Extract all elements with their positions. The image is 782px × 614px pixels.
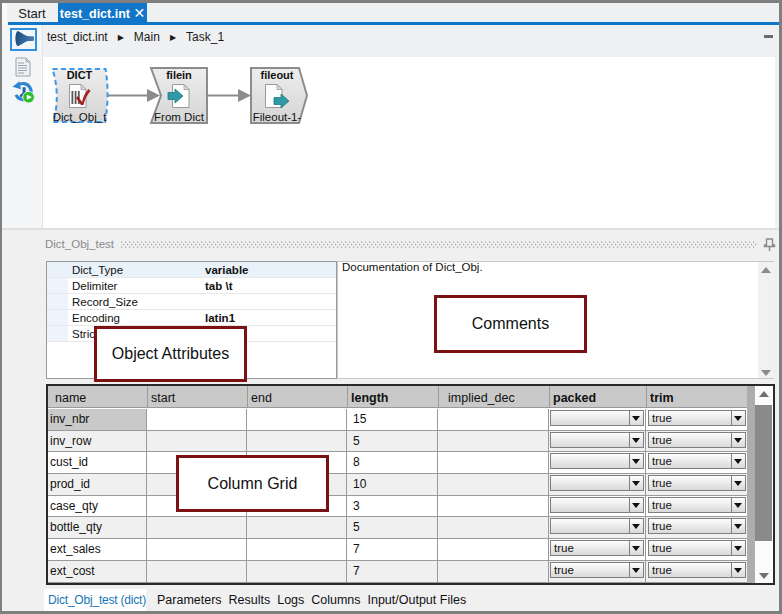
svg-text:Fileout-1-: Fileout-1-: [253, 111, 302, 123]
svg-text:From Dict: From Dict: [154, 111, 205, 123]
svg-text:filein: filein: [166, 69, 192, 81]
svg-text:fileout: fileout: [261, 69, 294, 81]
svg-text:DICT: DICT: [67, 69, 93, 81]
svg-text:Dict_Obj_t: Dict_Obj_t: [53, 111, 107, 123]
